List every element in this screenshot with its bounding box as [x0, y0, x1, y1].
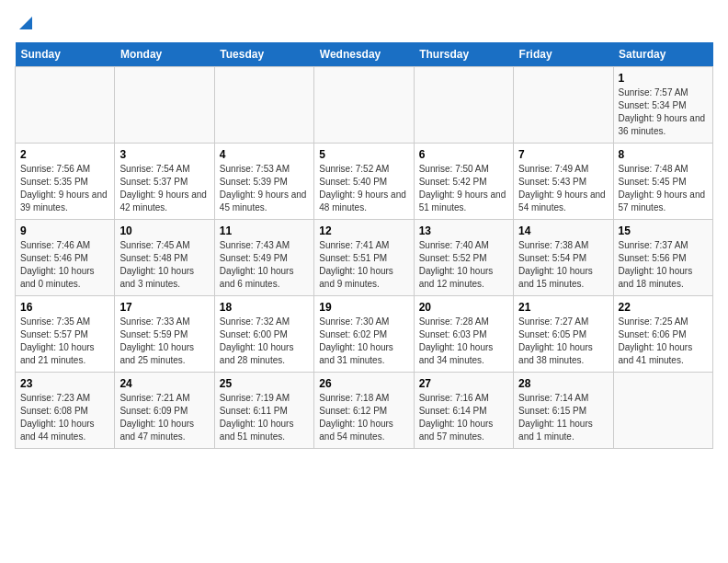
day-number: 20 — [419, 301, 508, 314]
week-row-4: 16Sunrise: 7:35 AMSunset: 5:57 PMDayligh… — [16, 296, 713, 373]
calendar-cell — [314, 67, 414, 144]
day-info: Sunrise: 7:23 AMSunset: 6:08 PMDaylight:… — [20, 392, 109, 443]
day-info: Sunrise: 7:25 AMSunset: 6:06 PMDaylight:… — [619, 316, 708, 367]
week-row-3: 9Sunrise: 7:46 AMSunset: 5:46 PMDaylight… — [16, 220, 713, 296]
day-number: 7 — [518, 148, 608, 161]
calendar-cell: 4Sunrise: 7:53 AMSunset: 5:39 PMDaylight… — [214, 144, 313, 220]
logo — [15, 15, 34, 31]
day-info: Sunrise: 7:32 AMSunset: 6:00 PMDaylight:… — [220, 316, 309, 367]
day-number: 9 — [20, 224, 109, 237]
calendar-cell: 18Sunrise: 7:32 AMSunset: 6:00 PMDayligh… — [214, 296, 313, 373]
day-info: Sunrise: 7:21 AMSunset: 6:09 PMDaylight:… — [119, 392, 209, 443]
weekday-header-friday: Friday — [514, 42, 613, 67]
day-info: Sunrise: 7:14 AMSunset: 6:15 PMDaylight:… — [518, 392, 608, 443]
calendar-cell: 15Sunrise: 7:37 AMSunset: 5:56 PMDayligh… — [613, 220, 712, 296]
day-number: 6 — [419, 148, 508, 161]
calendar-cell: 12Sunrise: 7:41 AMSunset: 5:51 PMDayligh… — [314, 220, 414, 296]
day-number: 8 — [619, 148, 708, 161]
calendar-cell: 24Sunrise: 7:21 AMSunset: 6:09 PMDayligh… — [115, 373, 214, 449]
calendar-cell: 11Sunrise: 7:43 AMSunset: 5:49 PMDayligh… — [214, 220, 313, 296]
day-number: 11 — [220, 224, 309, 237]
calendar-cell: 20Sunrise: 7:28 AMSunset: 6:03 PMDayligh… — [414, 296, 513, 373]
day-number: 2 — [20, 148, 109, 161]
calendar-cell: 27Sunrise: 7:16 AMSunset: 6:14 PMDayligh… — [414, 373, 513, 449]
day-number: 16 — [20, 301, 109, 314]
calendar-cell — [613, 373, 712, 449]
calendar-cell: 1Sunrise: 7:57 AMSunset: 5:34 PMDaylight… — [613, 67, 712, 144]
day-number: 14 — [518, 224, 608, 237]
day-number: 12 — [319, 224, 408, 237]
calendar-cell: 25Sunrise: 7:19 AMSunset: 6:11 PMDayligh… — [214, 373, 313, 449]
weekday-header-thursday: Thursday — [414, 42, 513, 67]
day-info: Sunrise: 7:19 AMSunset: 6:11 PMDaylight:… — [220, 392, 309, 443]
day-info: Sunrise: 7:35 AMSunset: 5:57 PMDaylight:… — [20, 316, 109, 367]
day-number: 28 — [518, 377, 608, 390]
day-info: Sunrise: 7:43 AMSunset: 5:49 PMDaylight:… — [220, 239, 309, 291]
day-info: Sunrise: 7:52 AMSunset: 5:40 PMDaylight:… — [319, 163, 408, 214]
day-number: 21 — [518, 301, 608, 314]
day-info: Sunrise: 7:49 AMSunset: 5:43 PMDaylight:… — [518, 163, 608, 214]
weekday-header-row: SundayMondayTuesdayWednesdayThursdayFrid… — [16, 42, 713, 67]
day-info: Sunrise: 7:38 AMSunset: 5:54 PMDaylight:… — [518, 239, 608, 291]
weekday-header-sunday: Sunday — [16, 42, 115, 67]
day-number: 1 — [619, 72, 708, 85]
day-number: 27 — [419, 377, 508, 390]
day-info: Sunrise: 7:50 AMSunset: 5:42 PMDaylight:… — [419, 163, 508, 214]
week-row-1: 1Sunrise: 7:57 AMSunset: 5:34 PMDaylight… — [16, 67, 713, 144]
day-number: 25 — [220, 377, 309, 390]
calendar-cell: 8Sunrise: 7:48 AMSunset: 5:45 PMDaylight… — [613, 144, 712, 220]
day-number: 22 — [619, 301, 708, 314]
weekday-header-tuesday: Tuesday — [214, 42, 313, 67]
calendar-cell — [514, 67, 613, 144]
day-number: 19 — [319, 301, 408, 314]
calendar-cell: 10Sunrise: 7:45 AMSunset: 5:48 PMDayligh… — [115, 220, 214, 296]
calendar-cell — [414, 67, 513, 144]
day-number: 5 — [319, 148, 408, 161]
day-number: 17 — [119, 301, 209, 314]
calendar-cell: 19Sunrise: 7:30 AMSunset: 6:02 PMDayligh… — [314, 296, 414, 373]
calendar-cell — [115, 67, 214, 144]
calendar-cell: 22Sunrise: 7:25 AMSunset: 6:06 PMDayligh… — [613, 296, 712, 373]
logo-triangle-icon — [17, 15, 34, 31]
day-info: Sunrise: 7:27 AMSunset: 6:05 PMDaylight:… — [518, 316, 608, 367]
calendar-cell: 2Sunrise: 7:56 AMSunset: 5:35 PMDaylight… — [16, 144, 115, 220]
calendar-cell: 17Sunrise: 7:33 AMSunset: 5:59 PMDayligh… — [115, 296, 214, 373]
day-info: Sunrise: 7:54 AMSunset: 5:37 PMDaylight:… — [119, 163, 209, 214]
week-row-5: 23Sunrise: 7:23 AMSunset: 6:08 PMDayligh… — [16, 373, 713, 449]
day-info: Sunrise: 7:48 AMSunset: 5:45 PMDaylight:… — [619, 163, 708, 214]
day-number: 15 — [619, 224, 708, 237]
calendar-cell: 26Sunrise: 7:18 AMSunset: 6:12 PMDayligh… — [314, 373, 414, 449]
calendar-cell — [214, 67, 313, 144]
weekday-header-monday: Monday — [115, 42, 214, 67]
day-info: Sunrise: 7:53 AMSunset: 5:39 PMDaylight:… — [220, 163, 309, 214]
calendar-cell: 9Sunrise: 7:46 AMSunset: 5:46 PMDaylight… — [16, 220, 115, 296]
calendar-cell: 23Sunrise: 7:23 AMSunset: 6:08 PMDayligh… — [16, 373, 115, 449]
day-info: Sunrise: 7:28 AMSunset: 6:03 PMDaylight:… — [419, 316, 508, 367]
day-info: Sunrise: 7:46 AMSunset: 5:46 PMDaylight:… — [20, 239, 109, 291]
calendar-cell: 13Sunrise: 7:40 AMSunset: 5:52 PMDayligh… — [414, 220, 513, 296]
day-info: Sunrise: 7:33 AMSunset: 5:59 PMDaylight:… — [119, 316, 209, 367]
day-number: 13 — [419, 224, 508, 237]
day-info: Sunrise: 7:37 AMSunset: 5:56 PMDaylight:… — [619, 239, 708, 291]
day-info: Sunrise: 7:57 AMSunset: 5:34 PMDaylight:… — [619, 86, 708, 138]
calendar-cell: 5Sunrise: 7:52 AMSunset: 5:40 PMDaylight… — [314, 144, 414, 220]
day-info: Sunrise: 7:56 AMSunset: 5:35 PMDaylight:… — [20, 163, 109, 214]
calendar-cell: 3Sunrise: 7:54 AMSunset: 5:37 PMDaylight… — [115, 144, 214, 220]
calendar-cell: 21Sunrise: 7:27 AMSunset: 6:05 PMDayligh… — [514, 296, 613, 373]
day-number: 26 — [319, 377, 408, 390]
calendar-cell: 16Sunrise: 7:35 AMSunset: 5:57 PMDayligh… — [16, 296, 115, 373]
svg-marker-0 — [19, 17, 32, 29]
weekday-header-wednesday: Wednesday — [314, 42, 414, 67]
day-info: Sunrise: 7:18 AMSunset: 6:12 PMDaylight:… — [319, 392, 408, 443]
day-number: 3 — [119, 148, 209, 161]
day-info: Sunrise: 7:30 AMSunset: 6:02 PMDaylight:… — [319, 316, 408, 367]
page-header — [15, 15, 713, 31]
day-number: 4 — [220, 148, 309, 161]
day-info: Sunrise: 7:45 AMSunset: 5:48 PMDaylight:… — [119, 239, 209, 291]
week-row-2: 2Sunrise: 7:56 AMSunset: 5:35 PMDaylight… — [16, 144, 713, 220]
day-number: 10 — [119, 224, 209, 237]
calendar-cell: 14Sunrise: 7:38 AMSunset: 5:54 PMDayligh… — [514, 220, 613, 296]
calendar-cell: 6Sunrise: 7:50 AMSunset: 5:42 PMDaylight… — [414, 144, 513, 220]
calendar-cell: 28Sunrise: 7:14 AMSunset: 6:15 PMDayligh… — [514, 373, 613, 449]
day-info: Sunrise: 7:41 AMSunset: 5:51 PMDaylight:… — [319, 239, 408, 291]
